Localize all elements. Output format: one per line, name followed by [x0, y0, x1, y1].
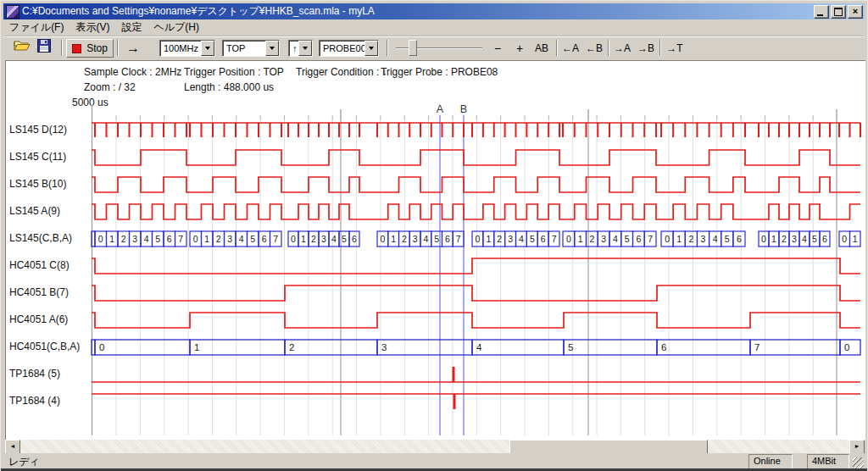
goto-trigger-button[interactable]: →T	[664, 39, 686, 58]
signal-row-hc4051-b-7-	[92, 285, 860, 301]
bus-value: 1	[676, 234, 682, 244]
move-a-right-button[interactable]: →A	[612, 39, 632, 58]
stop-icon	[72, 44, 81, 53]
trigger-probe-combo[interactable]: PROBE00	[319, 40, 379, 57]
bus-value: 2	[402, 234, 407, 244]
bus-value: 5	[530, 234, 535, 244]
toolbar-separator	[659, 40, 661, 56]
bus-cell	[95, 340, 190, 355]
toolbar-separator	[556, 40, 558, 56]
bus-value: 4	[713, 234, 718, 244]
bus-cell	[377, 340, 472, 355]
signal-row-ls145-c-11-	[92, 150, 860, 165]
resize-grip[interactable]	[853, 457, 864, 468]
bus-value: 0	[98, 234, 103, 244]
cursor-b-label: B	[460, 103, 467, 115]
bus-value: 4	[802, 234, 807, 244]
zoom-in-button[interactable]: +	[510, 39, 529, 58]
signal-row-hc4051-c-b-a-: 012345670	[92, 340, 860, 355]
bus-value: 4	[331, 234, 337, 244]
bus-value: 4	[423, 234, 428, 244]
signal-label: HC4051 A(6)	[9, 313, 68, 325]
bus-cell	[564, 340, 657, 355]
bus-value: 2	[688, 234, 693, 244]
status-bar: レディ Online 4MBit	[3, 453, 865, 469]
digital-waveform	[92, 258, 860, 274]
bus-value: 1	[391, 234, 396, 244]
minimize-button[interactable]	[814, 5, 829, 19]
dropdown-arrow-icon[interactable]	[265, 41, 279, 56]
menu-help[interactable]: ヘルプ(H)	[147, 19, 205, 36]
digital-waveform	[92, 204, 860, 219]
open-file-button[interactable]	[14, 39, 36, 58]
bus-value: 6	[262, 234, 267, 244]
save-floppy-icon	[37, 39, 51, 53]
bus-value: 0	[99, 342, 104, 352]
bus-value: 1	[578, 234, 583, 244]
bus-value: 6	[636, 234, 641, 244]
menu-view[interactable]: 表示(V)	[70, 19, 115, 36]
digital-waveform	[92, 313, 860, 328]
sample-clock-value: 100MHz	[160, 41, 201, 56]
close-button[interactable]: ×	[848, 5, 863, 19]
waveform-client-area: Sample Clock : 2MHz Trigger Position : T…	[5, 60, 865, 441]
bus-value: 2	[589, 234, 594, 244]
toolbar-separator	[608, 40, 609, 56]
bus-value: 5	[725, 234, 730, 244]
menu-settings[interactable]: 設定	[115, 19, 147, 36]
bus-value: 7	[178, 234, 183, 244]
save-button[interactable]	[37, 39, 58, 58]
move-b-left-button[interactable]: ←B	[584, 39, 604, 58]
bus-value: 3	[381, 342, 387, 352]
trigger-edge-combo[interactable]: ↑	[288, 40, 313, 57]
signal-label: HC4051 B(7)	[9, 286, 69, 298]
bus-value: 3	[132, 234, 137, 244]
bus-value: 3	[792, 234, 797, 244]
bus-value: 4	[476, 342, 482, 352]
bus-value: 1	[771, 234, 776, 244]
cursor-a-label: A	[437, 103, 444, 115]
menu-file[interactable]: ファイル(F)	[3, 19, 70, 36]
horizontal-scrollbar[interactable]: ◄ ►	[5, 440, 865, 453]
bus-value: 5	[342, 234, 347, 244]
signal-label: LS145(C,B,A)	[9, 232, 72, 244]
trigger-position-combo[interactable]: TOP	[222, 40, 280, 57]
bus-value: 5	[155, 234, 160, 244]
bus-cell	[840, 340, 860, 355]
move-a-left-button[interactable]: ←A	[560, 39, 581, 58]
toolbar-separator	[117, 40, 119, 56]
bus-value: 2	[216, 234, 221, 244]
zoom-ab-button[interactable]: AB	[531, 39, 553, 58]
bus-value: 3	[227, 234, 232, 244]
zoom-slider-thumb[interactable]	[409, 40, 417, 56]
digital-waveform	[92, 150, 860, 165]
run-button[interactable]: →	[120, 39, 146, 58]
bus-value: 6	[822, 234, 827, 244]
dropdown-arrow-icon[interactable]	[364, 41, 378, 56]
app-icon	[6, 5, 19, 19]
move-b-right-button[interactable]: →B	[636, 39, 656, 58]
bus-value: 6	[445, 234, 450, 244]
signal-label: TP1684 (4)	[9, 395, 60, 407]
bus-value: 2	[121, 234, 126, 244]
dropdown-arrow-icon[interactable]	[201, 41, 214, 56]
status-ready-text: レディ	[8, 455, 40, 469]
sample-clock-combo[interactable]: 100MHz	[159, 40, 215, 57]
stop-button[interactable]: Stop	[66, 39, 114, 58]
bus-value: 4	[613, 234, 618, 244]
dropdown-arrow-icon[interactable]	[298, 41, 312, 56]
maximize-button[interactable]	[831, 5, 846, 19]
waveform-plot: AB01234567012345670123456012345670123456…	[6, 61, 865, 441]
status-memory-badge: 4MBit	[807, 454, 849, 469]
bus-value: 5	[568, 342, 573, 352]
zoom-out-button[interactable]: −	[488, 39, 507, 58]
bus-value: 1	[486, 234, 491, 244]
menu-bar: ファイル(F) 表示(V) 設定 ヘルプ(H)	[3, 19, 865, 36]
bus-value: 0	[761, 234, 766, 244]
signal-label: LS145 A(9)	[9, 205, 60, 217]
bus-value: 5	[434, 234, 439, 244]
signal-row-ls145-b-10-	[92, 177, 860, 192]
bus-value: 0	[842, 234, 847, 244]
signal-label: HC4051 C(8)	[9, 259, 70, 271]
signal-row-tp1684-5-	[92, 367, 860, 382]
